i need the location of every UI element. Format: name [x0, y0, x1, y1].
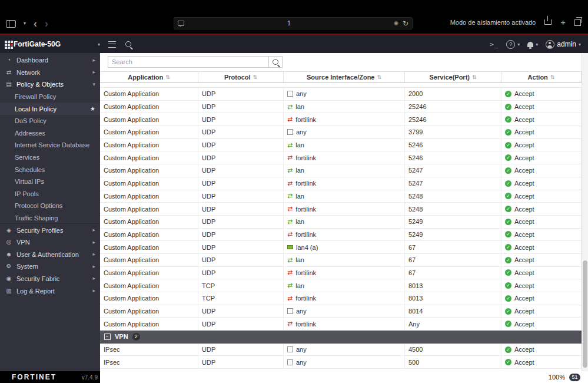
table-row[interactable]: Custom ApplicationUDPany8014Accept — [100, 305, 582, 318]
sidebar-item-local-in-policy[interactable]: Local In Policy★ — [0, 103, 100, 115]
cli-console-button[interactable]: >_ — [490, 41, 499, 48]
action-label: Accept — [514, 308, 534, 315]
sidebar-item-addresses[interactable]: Addresses — [0, 127, 100, 140]
zoom-level[interactable]: 100% — [549, 374, 565, 381]
sort-icon[interactable]: ⇅ — [253, 75, 258, 80]
share-icon[interactable] — [544, 19, 552, 25]
table-row[interactable]: Custom ApplicationUDPlan4 (a)67Accept — [100, 241, 582, 254]
action-label: Accept — [514, 218, 534, 225]
sidebar-item-protocol-options[interactable]: Protocol Options — [0, 200, 100, 212]
sidebar-item-virtual-ips[interactable]: Virtual IPs — [0, 176, 100, 188]
sidebar-item-system[interactable]: System▸ — [0, 260, 100, 273]
search-icon[interactable] — [125, 41, 131, 47]
fortilink-interface-icon — [287, 295, 293, 302]
application-name: Custom Application — [104, 141, 159, 148]
sort-icon[interactable]: ⇅ — [165, 75, 170, 80]
action-label: Accept — [514, 256, 534, 263]
group-row-vpn[interactable]: VPN2 — [100, 331, 582, 344]
application-name: Custom Application — [104, 256, 159, 263]
new-tab-icon[interactable]: + — [560, 18, 566, 27]
sidebar-item-security-fabric[interactable]: Security Fabric▸ — [0, 273, 100, 285]
sidebar-item-firewall-policy[interactable]: Firewall Policy — [0, 91, 100, 103]
interface-name: lan — [295, 256, 304, 263]
column-header-protocol[interactable]: Protocol⇅ — [198, 72, 284, 82]
action-label: Accept — [514, 231, 534, 238]
scrollbar-thumb[interactable] — [583, 260, 587, 368]
site-info-icon[interactable] — [178, 21, 184, 26]
table-row[interactable]: Custom ApplicationUDPlan67Accept — [100, 254, 582, 267]
table-row[interactable]: Custom ApplicationUDPlan5248Accept — [100, 190, 582, 203]
vertical-scrollbar[interactable] — [582, 53, 588, 371]
group-count-badge: 2 — [132, 333, 140, 341]
table-row[interactable]: Custom ApplicationUDPany3799Accept — [100, 126, 582, 139]
sidebar-item-ip-pools[interactable]: IP Pools — [0, 188, 100, 200]
table-row[interactable]: Custom ApplicationUDPfortilink5248Accept — [100, 203, 582, 216]
sidebar-item-vpn[interactable]: VPN▸ — [0, 236, 100, 249]
admin-dropdown[interactable]: admin ▾ — [546, 40, 581, 49]
search-input[interactable] — [108, 56, 269, 68]
browser-address-bar[interactable]: 1 ◉ ↻ — [174, 17, 413, 29]
notifications-dropdown[interactable]: ▾ — [527, 41, 538, 47]
sidebar-item-schedules[interactable]: Schedules — [0, 163, 100, 176]
table-row[interactable]: Custom ApplicationUDPlan5249Accept — [100, 216, 582, 229]
sort-icon[interactable]: ⇅ — [472, 75, 477, 80]
interface-name: any — [296, 128, 307, 136]
sidebar-item-dos-policy[interactable]: DoS Policy — [0, 115, 100, 127]
sidebar-item-security-profiles[interactable]: Security Profiles▸ — [0, 224, 100, 236]
table-row[interactable]: Custom ApplicationTCPfortilink8013Accept — [100, 292, 582, 305]
sidebar-item-internet-service-database[interactable]: Internet Service Database — [0, 139, 100, 151]
sidebar-item-network[interactable]: Network▸ — [0, 67, 100, 79]
shield-icon[interactable]: ◉ — [394, 21, 398, 26]
fortinet-wordmark: FORTINET — [12, 373, 57, 381]
browser-sidebar-toggle-icon[interactable] — [6, 20, 16, 28]
table-row[interactable]: Custom ApplicationUDPlan25246Accept — [100, 101, 582, 114]
device-dropdown[interactable]: FortiGate-50G ▾ — [0, 40, 100, 48]
table-row[interactable]: Custom ApplicationUDPfortilinkAnyAccept — [100, 318, 582, 331]
table-row[interactable]: IPsecUDPany4500Accept — [100, 344, 582, 356]
collapse-icon[interactable] — [104, 334, 111, 340]
tabs-overview-icon[interactable] — [574, 19, 581, 26]
table-row[interactable]: IPsecUDPany500Accept — [100, 356, 582, 369]
table-row[interactable]: Custom ApplicationUDPfortilink5247Accept — [100, 177, 582, 190]
browser-back-button[interactable]: ‹ — [34, 18, 37, 29]
cell-application: Custom Application — [100, 267, 198, 279]
sidebar-item-user-authentication[interactable]: User & Authentication▸ — [0, 249, 100, 261]
table-search — [108, 56, 283, 68]
table-row[interactable]: Custom ApplicationUDPfortilink67Accept — [100, 267, 582, 280]
interface-name: lan — [295, 282, 304, 289]
column-header-action[interactable]: Action⇅ — [501, 72, 582, 82]
cell-protocol: UDP — [198, 151, 284, 164]
cell-protocol: UDP — [198, 241, 284, 253]
favorite-star-icon[interactable]: ★ — [90, 106, 95, 112]
address-text[interactable]: 1 — [184, 20, 394, 27]
interface-name: any — [296, 308, 307, 315]
browser-chrome: ▾ ‹ › 1 ◉ ↻ Modo de aislamiento activado… — [0, 0, 588, 34]
table-row[interactable]: Custom ApplicationUDPfortilink5249Accept — [100, 229, 582, 242]
cell-application: Custom Application — [100, 216, 198, 228]
chevron-down-icon[interactable]: ▾ — [24, 21, 26, 26]
sidebar-item-services[interactable]: Services — [0, 151, 100, 164]
column-header-source-interface-zone[interactable]: Source Interface/Zone⇅ — [284, 72, 405, 82]
sidebar-item-log-report[interactable]: Log & Report▸ — [0, 285, 100, 297]
column-header-service-port[interactable]: Service(Port)⇅ — [405, 72, 501, 82]
table-row[interactable]: Custom ApplicationUDPany2000Accept — [100, 88, 582, 101]
search-button[interactable] — [269, 56, 283, 68]
help-dropdown[interactable]: ? ▾ — [506, 40, 520, 49]
accept-check-icon — [505, 346, 511, 353]
protocol-name: UDP — [202, 256, 215, 263]
browser-forward-button[interactable]: › — [45, 18, 48, 29]
table-row[interactable]: Custom ApplicationUDPfortilink25246Accep… — [100, 113, 582, 126]
sidebar-item-dashboard[interactable]: Dashboard▸ — [0, 54, 100, 67]
table-row[interactable]: Custom ApplicationTCPlan8013Accept — [100, 279, 582, 292]
sidebar-item-policy-objects[interactable]: Policy & Objects▾ — [0, 78, 100, 91]
column-header-application[interactable]: Application⇅ — [100, 72, 198, 82]
sort-icon[interactable]: ⇅ — [550, 75, 555, 80]
reload-icon[interactable]: ↻ — [403, 20, 408, 27]
accept-check-icon — [505, 295, 511, 302]
sidebar-item-traffic-shaping[interactable]: Traffic Shaping — [0, 212, 100, 224]
table-row[interactable]: Custom ApplicationUDPlan5247Accept — [100, 164, 582, 177]
table-row[interactable]: Custom ApplicationUDPfortilink5246Accept — [100, 151, 582, 164]
sort-icon[interactable]: ⇅ — [377, 75, 382, 80]
table-row[interactable]: Custom ApplicationUDPlan5246Accept — [100, 139, 582, 152]
menu-toggle-icon[interactable] — [108, 41, 116, 48]
